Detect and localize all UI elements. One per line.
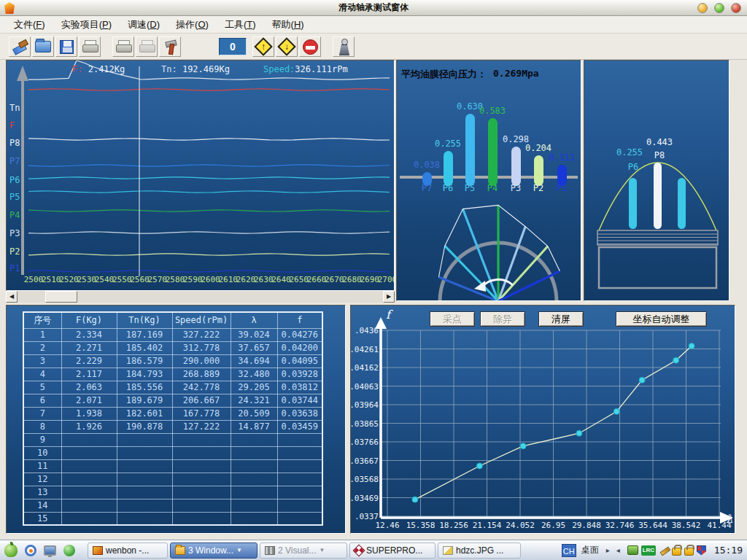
media-player-icon[interactable] <box>25 545 36 556</box>
table-cell: 7 <box>23 407 61 420</box>
table-row: 42.117184.793268.88932.4800.03928 <box>23 368 322 381</box>
channel-line-P1 <box>28 271 390 272</box>
scrollbar-thumb[interactable] <box>45 291 77 303</box>
desktop-toolbar-label[interactable]: 桌面 <box>578 544 602 556</box>
stop-button[interactable] <box>299 36 321 57</box>
taskbar-button[interactable]: 2 Visual...▼ <box>260 542 347 559</box>
pressure-bar-P6 <box>444 151 453 186</box>
pressure-title: 平均油膜径向压力： <box>401 68 487 81</box>
menu-item[interactable]: 调速(D) <box>120 16 168 34</box>
maximize-button[interactable] <box>714 3 724 13</box>
print-button[interactable] <box>79 36 101 57</box>
pressure-bar-category: P7 <box>416 183 438 193</box>
table-cell: 8 <box>23 420 61 433</box>
fl-x-tick: 26.95 <box>541 521 565 530</box>
fl-y-tick: .04162 <box>351 363 379 373</box>
film-bar-p6 <box>629 178 637 229</box>
table-cell: 0.04095 <box>277 354 322 368</box>
taskbar-button[interactable]: wenbon -... <box>88 542 168 559</box>
table-cell <box>117 459 172 472</box>
chart-button-3[interactable]: 清屏 <box>538 311 584 327</box>
channel-label-F: F <box>9 120 15 131</box>
channel-label-P2: P2 <box>9 246 20 257</box>
speed-up-button[interactable]: ↑ <box>252 36 274 57</box>
menu-item[interactable]: 文件(F) <box>6 16 53 34</box>
apple-menu-icon[interactable] <box>4 544 18 557</box>
fl-x-tick: 35.644 <box>638 521 667 530</box>
chart-button-4[interactable]: 坐标自动调整 <box>616 311 707 327</box>
taskbar-button[interactable]: 3 Window...▼ <box>170 542 258 559</box>
strip-x-tick: 2690 <box>360 275 380 284</box>
data-point <box>412 497 418 502</box>
save-button[interactable] <box>55 36 77 57</box>
strip-x-tick: 2630 <box>254 275 274 284</box>
channel-line-P3 <box>28 232 390 233</box>
scroll-left-button[interactable]: ◀ <box>6 291 18 303</box>
dropdown-icon[interactable]: ▼ <box>236 547 242 553</box>
channel-label-P3: P3 <box>9 228 20 238</box>
close-button[interactable] <box>731 3 741 13</box>
channel-label-P5: P5 <box>9 192 20 202</box>
film-bar-right <box>678 178 686 229</box>
tray-collapse-icon[interactable]: ◂ <box>614 546 622 554</box>
table-cell: 206.667 <box>172 394 231 407</box>
taskbar-button[interactable]: SUPERPRO... <box>349 542 436 559</box>
table-cell <box>61 459 117 472</box>
green-app-icon[interactable] <box>63 545 75 556</box>
p8-label: P8 <box>654 150 665 160</box>
menu-item[interactable]: 工具(T) <box>217 16 264 34</box>
pen-tray-icon[interactable] <box>659 545 669 556</box>
folder-task-icon <box>175 546 185 555</box>
scroll-right-button[interactable]: ▶ <box>383 291 395 303</box>
taskbar-button-label: 2 Visual... <box>278 545 316 556</box>
taskbar-button-label: 3 Window... <box>188 545 233 556</box>
operator-button[interactable] <box>333 36 355 57</box>
table-cell: 1 <box>23 328 61 341</box>
table-cell <box>61 512 117 525</box>
table-panel: 序号F(Kg)Tn(Kg)Speed(rPm)λf12.334187.16932… <box>6 305 346 534</box>
brush-icon <box>12 39 28 54</box>
new-button[interactable] <box>9 36 31 57</box>
menu-item[interactable]: 实验项目(P) <box>53 16 120 34</box>
speed-down-button[interactable]: ↓ <box>276 36 298 57</box>
tools-button[interactable] <box>159 36 181 57</box>
usb-tray-icon[interactable] <box>627 545 638 555</box>
desktop-expand-icon[interactable]: ▸ <box>604 546 612 554</box>
open-folder-icon <box>35 41 51 52</box>
lock-tray-icon[interactable] <box>672 548 681 556</box>
table-cell: 20.509 <box>231 407 277 420</box>
lock2-tray-icon[interactable] <box>684 548 694 556</box>
fl-y-tick: .03469 <box>351 494 379 503</box>
table-header: f <box>277 312 322 328</box>
app-task-icon <box>93 546 103 555</box>
printer-icon <box>82 40 98 53</box>
speed-up-icon: ↑ <box>254 37 272 55</box>
data-point <box>639 377 645 383</box>
print-preview-button[interactable] <box>112 36 134 57</box>
table-cell <box>61 433 117 446</box>
fl-y-tick: .0337 <box>355 512 379 521</box>
menu-item[interactable]: 帮助(H) <box>264 16 312 34</box>
table-cell <box>117 486 172 499</box>
display-icon[interactable] <box>44 545 56 556</box>
table-cell: 167.778 <box>172 407 231 420</box>
open-button[interactable] <box>32 36 54 57</box>
shield-tray-icon[interactable] <box>697 545 706 556</box>
table-cell: 2.117 <box>61 368 117 381</box>
table-cell: 15 <box>23 512 61 525</box>
table-cell <box>231 499 277 512</box>
language-bar[interactable]: CH <box>562 544 576 557</box>
lrc-tray-icon[interactable]: LRC <box>641 545 656 556</box>
table-cell: 127.222 <box>172 420 231 433</box>
taskbar-button[interactable]: hdzc.JPG ... <box>438 542 521 559</box>
menu-item[interactable]: 操作(O) <box>168 16 217 34</box>
dropdown-icon[interactable]: ▼ <box>319 547 325 553</box>
table-cell <box>231 472 277 486</box>
fl-y-tick: .03568 <box>351 475 379 484</box>
table-cell: 14 <box>23 499 61 512</box>
minimize-button[interactable] <box>697 3 708 13</box>
table-cell: 1.938 <box>61 407 117 420</box>
channel-label-P8: P8 <box>9 138 20 148</box>
disabled-printer-icon <box>139 40 155 53</box>
scrollbar-track[interactable] <box>18 291 383 303</box>
